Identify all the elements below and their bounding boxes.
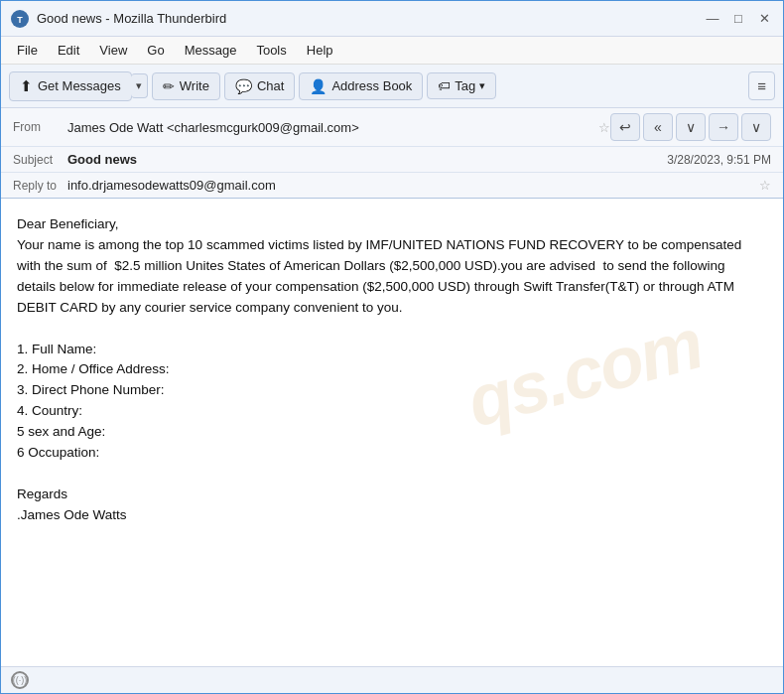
- title-bar: T Good news - Mozilla Thunderbird — □ ✕: [1, 1, 783, 37]
- tag-label: Tag: [455, 78, 475, 93]
- address-book-icon: 👤: [310, 78, 327, 94]
- chat-icon: 💬: [235, 78, 252, 94]
- header-action-buttons: ↩ « ∨ → ∨: [610, 113, 771, 141]
- main-window: T Good news - Mozilla Thunderbird — □ ✕ …: [0, 0, 784, 694]
- address-book-label: Address Book: [331, 78, 412, 93]
- menu-help[interactable]: Help: [299, 40, 341, 61]
- email-body: qs.com Dear Beneficiary, Your name is am…: [1, 199, 783, 666]
- window-controls: — □ ✕: [704, 10, 773, 28]
- tag-button[interactable]: 🏷 Tag ▾: [427, 72, 496, 99]
- app-icon: T: [11, 10, 29, 28]
- chat-button[interactable]: 💬 Chat: [224, 72, 295, 100]
- tag-dropdown-arrow: ▾: [479, 79, 485, 92]
- menu-tools[interactable]: Tools: [248, 40, 294, 61]
- subject-row: Subject Good news 3/28/2023, 9:51 PM: [1, 147, 783, 173]
- reply-to-row: Reply to info.drjamesodewatts09@gmail.co…: [1, 173, 783, 198]
- subject-value: Good news: [67, 152, 655, 167]
- from-row: From James Ode Watt <charlesmcgurk009@gm…: [1, 108, 783, 147]
- minimize-button[interactable]: —: [704, 10, 721, 28]
- more-actions-button[interactable]: ∨: [741, 113, 771, 141]
- write-button[interactable]: ✏ Write: [152, 72, 220, 100]
- reply-to-label: Reply to: [13, 179, 67, 193]
- menu-file[interactable]: File: [9, 40, 46, 61]
- reply-button[interactable]: ↩: [610, 113, 640, 141]
- close-button[interactable]: ✕: [755, 10, 773, 28]
- chat-label: Chat: [257, 78, 284, 93]
- status-bar: ((·)): [1, 666, 783, 693]
- radio-wave-icon: ((·)): [13, 675, 28, 685]
- tag-icon: 🏷: [438, 78, 451, 93]
- menu-message[interactable]: Message: [177, 40, 245, 61]
- forward-button[interactable]: →: [709, 113, 738, 141]
- window-title: Good news - Mozilla Thunderbird: [37, 11, 226, 26]
- menu-bar: File Edit View Go Message Tools Help: [1, 37, 783, 65]
- svg-text:T: T: [17, 15, 23, 25]
- menu-edit[interactable]: Edit: [50, 40, 87, 61]
- get-messages-button[interactable]: ⬆ Get Messages: [9, 71, 132, 101]
- expand-button[interactable]: ∨: [676, 113, 706, 141]
- write-label: Write: [180, 78, 209, 93]
- maximize-button[interactable]: □: [729, 10, 747, 28]
- write-icon: ✏: [163, 78, 175, 94]
- toolbar: ⬆ Get Messages ▾ ✏ Write 💬 Chat 👤 Addres…: [1, 65, 783, 108]
- get-messages-label: Get Messages: [38, 78, 121, 93]
- from-value: James Ode Watt <charlesmcgurk009@gmail.c…: [67, 120, 593, 135]
- menu-go[interactable]: Go: [139, 40, 172, 61]
- toolbar-menu-button[interactable]: ≡: [748, 71, 775, 100]
- date-value: 3/28/2023, 9:51 PM: [667, 153, 771, 167]
- address-book-button[interactable]: 👤 Address Book: [299, 72, 423, 100]
- from-label: From: [13, 120, 67, 134]
- reply-all-button[interactable]: «: [643, 113, 673, 141]
- title-bar-left: T Good news - Mozilla Thunderbird: [11, 10, 226, 28]
- get-messages-dropdown[interactable]: ▾: [131, 73, 148, 98]
- from-star-icon[interactable]: ☆: [598, 120, 610, 135]
- reply-to-star-icon[interactable]: ☆: [759, 178, 771, 193]
- menu-view[interactable]: View: [91, 40, 135, 61]
- email-content: Dear Beneficiary, Your name is among the…: [17, 214, 767, 526]
- get-messages-icon: ⬆: [20, 77, 33, 95]
- email-header: From James Ode Watt <charlesmcgurk009@gm…: [1, 108, 783, 199]
- status-icon: ((·)): [11, 671, 29, 689]
- subject-label: Subject: [13, 153, 67, 167]
- reply-to-value: info.drjamesodewatts09@gmail.com: [67, 178, 754, 193]
